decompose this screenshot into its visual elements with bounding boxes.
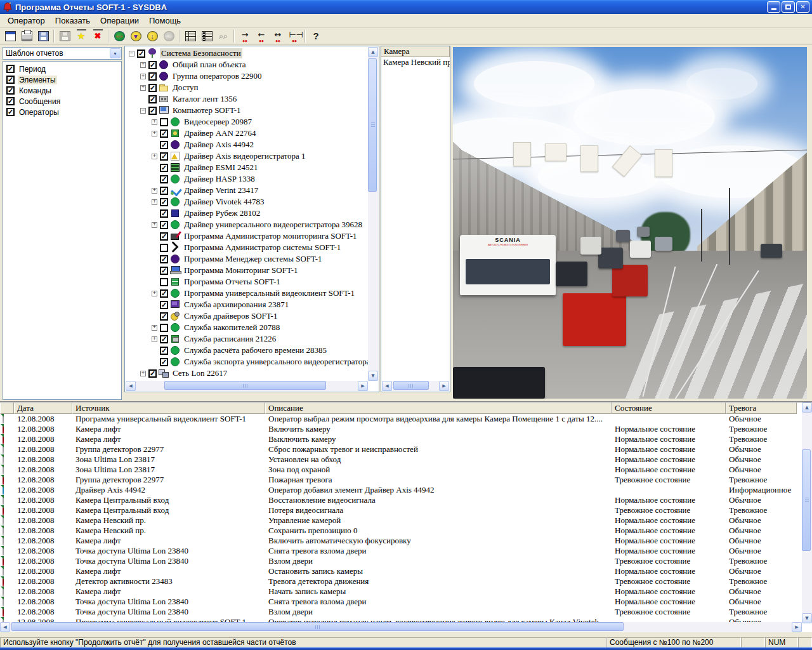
chevron-down-icon[interactable]: ▼	[110, 48, 121, 58]
tree-checkbox[interactable]: ✓	[148, 95, 157, 103]
tree-checkbox[interactable]	[160, 278, 168, 286]
tree-checkbox[interactable]: ✓	[148, 84, 157, 92]
tree-item[interactable]: ✓Служба расчёта рабочего времени 28385	[126, 345, 368, 356]
scroll-up-icon[interactable]: ▲	[368, 47, 378, 57]
new-mark-button[interactable]: ★	[74, 29, 89, 43]
tree-item-label[interactable]: Драйвер Axis 44942	[183, 140, 255, 150]
expand-icon[interactable]: +	[152, 131, 157, 136]
scroll-right-icon[interactable]: ▶	[792, 622, 802, 632]
tree-checkbox[interactable]: ✓	[160, 267, 168, 275]
tree-checkbox[interactable]: ✓	[160, 129, 168, 138]
tree-checkbox[interactable]: ✓	[160, 232, 168, 241]
column-header-Состояние[interactable]: Состояние	[612, 402, 726, 414]
tree-checkbox[interactable]: ✓	[160, 175, 168, 183]
tree-checkbox[interactable]: ✓	[160, 209, 168, 218]
tree-item-label[interactable]: Программа Отчеты SOFT-1	[183, 277, 282, 287]
event-row[interactable]: 12.08.2008Драйвер Axis 44942Оператор доб…	[0, 485, 812, 495]
tree-item-label[interactable]: Компьютер SOFT-1	[171, 105, 242, 116]
tree-item[interactable]: ✓Программа Менеджер системы SOFT-1	[126, 253, 368, 265]
event-row[interactable]: 12.08.2008Камера Невский пр.Сохранить пр…	[0, 526, 812, 536]
tree-item-label[interactable]: Доступ	[171, 83, 199, 93]
tree-checkbox[interactable]	[160, 244, 168, 252]
tree-item-label[interactable]: Служба расчёта рабочего времени 28385	[183, 345, 328, 355]
event-row[interactable]: 12.08.2008Камера лифтВыключить камеруНор…	[0, 434, 812, 444]
tree-item[interactable]: +✓Драйвер Axis видеорегистратора 1	[126, 150, 368, 162]
tree-item[interactable]: +✓Сеть Lon 22617	[126, 368, 368, 379]
tree-item[interactable]: +✓Группа операторов 22900	[126, 70, 368, 82]
tree-item[interactable]: +✓Драйвер AAN 22764	[126, 128, 368, 139]
tree-item-label[interactable]: Служба расписания 21226	[183, 334, 277, 344]
tree-item[interactable]: +✓Драйвер Vivotek 44783	[126, 196, 368, 208]
tree-item[interactable]: ✓Драйвер ESMI 24521	[126, 162, 368, 173]
event-row[interactable]: 12.08.2008Детектор активности 23483Трево…	[0, 576, 812, 587]
expand-icon[interactable]: +	[152, 154, 157, 159]
table-vertical-scrollbar[interactable]: ▲ ▼	[802, 402, 812, 623]
report-template-combobox[interactable]: Шаблон отчетов ▼	[3, 47, 122, 60]
tree-item-label[interactable]: Система Безопасности	[160, 48, 242, 58]
template-option-период[interactable]: ✓Период	[4, 63, 120, 74]
scroll-left-icon[interactable]: ◀	[382, 381, 392, 391]
scroll-left-icon[interactable]: ◀	[0, 622, 10, 632]
camera-hscroll-thumb[interactable]	[393, 381, 429, 390]
table-hscroll-track[interactable]	[10, 622, 792, 632]
table-vscroll-track[interactable]	[802, 413, 812, 613]
event-row[interactable]: 12.08.2008Точка доступа Ultima Lon 23840…	[0, 597, 812, 607]
tree-item-label[interactable]: Служба архивирования 23871	[183, 300, 290, 310]
expand-icon[interactable]: +	[140, 62, 146, 68]
tree-checkbox[interactable]: ✓	[160, 301, 168, 309]
tree-checkbox[interactable]: ✓	[160, 289, 168, 298]
expand-icon[interactable]: +	[152, 325, 157, 331]
tree-item-label[interactable]: Общий план объекта	[171, 60, 247, 70]
scroll-down-icon[interactable]: ▼	[368, 371, 378, 381]
tree-item[interactable]: ✓Программа Администратор мониторинга SOF…	[126, 230, 368, 242]
close-button[interactable]: ✕	[796, 1, 809, 13]
tree-checkbox[interactable]: ✓	[148, 72, 157, 81]
event-row[interactable]: 12.08.2008Камера Центральный входВосстан…	[0, 495, 812, 505]
save-button[interactable]	[36, 29, 51, 43]
tree-item[interactable]: +✓Служба расписания 21226	[126, 333, 368, 345]
tree-checkbox[interactable]: ✓	[160, 347, 168, 355]
checkbox-icon[interactable]: ✓	[6, 86, 15, 95]
tree-checkbox[interactable]	[160, 324, 168, 332]
tree-checkbox[interactable]: ✓	[160, 141, 168, 149]
tree-item[interactable]: Программа Отчеты SOFT-1	[126, 276, 368, 288]
tree-item-label[interactable]: Драйвер Vivotek 44783	[183, 197, 266, 207]
tree-checkbox[interactable]: ✓	[160, 221, 168, 229]
tree-item[interactable]: +Видеосервер 20987	[126, 116, 368, 128]
tree-item[interactable]: ✓Служба экспорта универсального видеорег…	[126, 356, 368, 368]
tree-item-label[interactable]: Драйвер универсального видеорегистратора…	[183, 220, 363, 230]
interval-right-button[interactable]: →	[237, 29, 252, 43]
table-vscroll-thumb[interactable]	[802, 449, 811, 551]
minimize-button[interactable]	[767, 1, 780, 13]
event-row[interactable]: 12.08.2008Зона Ultima Lon 23817Зона под …	[0, 465, 812, 475]
tree-vscroll-track[interactable]	[368, 57, 378, 371]
expand-icon[interactable]: +	[152, 188, 157, 194]
tree-item-label[interactable]: Драйвер HASP 1338	[183, 174, 256, 184]
tree-item-label[interactable]: Служба драйверов SOFT-1	[183, 311, 278, 321]
tree-item[interactable]: ✓Драйвер Axis 44942	[126, 139, 368, 150]
column-header-icon[interactable]	[0, 402, 14, 414]
tree-checkbox[interactable]: ✓	[160, 152, 168, 161]
event-row[interactable]: 12.08.2008Программа универсальный видеок…	[0, 414, 812, 424]
checkbox-icon[interactable]: ✓	[6, 76, 15, 84]
scroll-right-icon[interactable]: ▶	[358, 381, 368, 391]
tree-item-label[interactable]: Программа Администратор мониторинга SOFT…	[183, 231, 358, 241]
interval-full-button[interactable]: ⊢⊣	[287, 29, 302, 43]
event-row[interactable]: 12.08.2008Камера лифтВключить автоматиче…	[0, 536, 812, 546]
expand-icon[interactable]: +	[152, 199, 157, 205]
pause-report-button[interactable]: ▼	[128, 29, 143, 43]
tree-item[interactable]: −✓Компьютер SOFT-1	[126, 105, 368, 116]
event-row[interactable]: 12.08.2008Камера лифтОстановить запись к…	[0, 566, 812, 576]
tree-checkbox[interactable]: ✓	[160, 187, 168, 195]
tree-vertical-scrollbar[interactable]: ▲ ▼	[368, 47, 378, 381]
camera-list-item[interactable]: Камера Невский пр.	[381, 57, 450, 67]
report-columns-button[interactable]	[183, 29, 198, 43]
tree-item[interactable]: ✓Драйвер Рубеж 28102	[126, 208, 368, 219]
column-header-Источник[interactable]: Источник	[72, 402, 265, 414]
column-header-Дата[interactable]: Дата	[14, 402, 72, 414]
restore-button[interactable]	[782, 1, 795, 13]
tree-item-label[interactable]: Программа универсальный видеоклиент SOFT…	[183, 288, 356, 298]
help-button[interactable]: ?	[308, 29, 324, 43]
tree-checkbox[interactable]: ✓	[160, 164, 168, 172]
report-form-button[interactable]	[3, 29, 18, 43]
